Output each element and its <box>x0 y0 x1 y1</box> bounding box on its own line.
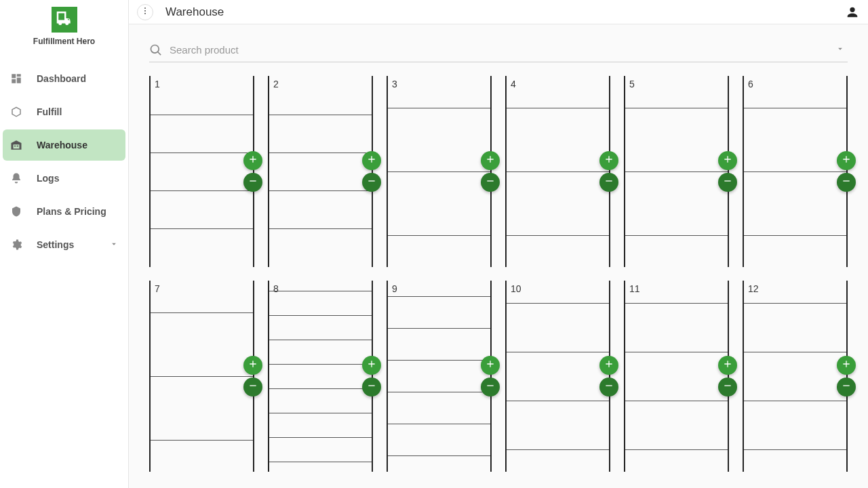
shelf[interactable] <box>151 152 253 190</box>
shelf[interactable] <box>269 413 372 437</box>
user-menu[interactable] <box>845 5 860 20</box>
remove-shelf-button[interactable] <box>718 378 737 396</box>
shelf[interactable] <box>744 303 846 352</box>
add-shelf-button[interactable] <box>599 356 618 375</box>
add-shelf-button[interactable] <box>243 356 262 375</box>
shelf[interactable] <box>269 364 372 388</box>
shelf[interactable] <box>625 401 728 449</box>
add-shelf-button[interactable] <box>718 356 737 375</box>
shelf[interactable] <box>269 291 372 315</box>
plus-icon <box>485 359 496 372</box>
plus-icon <box>604 154 614 167</box>
shelf[interactable] <box>507 108 609 171</box>
remove-shelf-button[interactable] <box>837 378 856 396</box>
plus-icon <box>485 154 496 167</box>
brand-name: Fulfillment Hero <box>33 37 95 46</box>
shelf[interactable] <box>151 190 253 228</box>
shelf-bottom <box>625 235 728 236</box>
shelf[interactable] <box>625 352 728 401</box>
shelf[interactable] <box>269 115 372 152</box>
slot-number: 9 <box>392 283 397 294</box>
remove-shelf-button[interactable] <box>718 173 737 192</box>
add-shelf-button[interactable] <box>362 151 381 170</box>
shelf[interactable] <box>744 401 846 449</box>
shelf[interactable] <box>625 303 728 352</box>
add-shelf-button[interactable] <box>362 356 381 375</box>
shelf-bottom <box>269 228 372 229</box>
shelf[interactable] <box>151 376 253 440</box>
remove-shelf-button[interactable] <box>243 378 262 396</box>
shelf[interactable] <box>269 190 372 228</box>
sidebar-item-label: Dashboard <box>37 73 86 84</box>
chevron-down-icon <box>835 44 845 56</box>
remove-shelf-button[interactable] <box>599 173 618 192</box>
shelf[interactable] <box>269 315 372 340</box>
add-shelf-button[interactable] <box>837 151 856 170</box>
slot-actions <box>837 356 856 396</box>
shelf[interactable] <box>388 328 490 360</box>
sidebar-item-fulfill[interactable]: Fulfill <box>3 96 125 127</box>
add-shelf-button[interactable] <box>599 151 618 170</box>
shelf[interactable] <box>388 171 490 235</box>
shelf-stack <box>507 76 609 267</box>
shelf[interactable] <box>507 401 609 449</box>
remove-shelf-button[interactable] <box>837 173 856 192</box>
shelf[interactable] <box>507 352 609 401</box>
remove-shelf-button[interactable] <box>481 173 500 192</box>
shelf[interactable] <box>388 424 490 455</box>
remove-shelf-button[interactable] <box>362 378 381 396</box>
shelf[interactable] <box>269 388 372 413</box>
shelf-stack <box>744 76 846 267</box>
add-shelf-button[interactable] <box>481 356 500 375</box>
add-shelf-button[interactable] <box>481 151 500 170</box>
sidebar-item-logs[interactable]: Logs <box>3 163 125 194</box>
brand-logo <box>52 7 77 33</box>
shelf[interactable] <box>151 312 253 376</box>
remove-shelf-button[interactable] <box>243 173 262 192</box>
remove-shelf-button[interactable] <box>362 173 381 192</box>
shelf[interactable] <box>744 171 846 235</box>
shelf[interactable] <box>507 171 609 235</box>
shelf[interactable] <box>744 352 846 401</box>
search-field[interactable] <box>149 38 848 62</box>
shelf[interactable] <box>151 115 253 152</box>
remove-shelf-button[interactable] <box>481 378 500 396</box>
warehouse-slot: 1 <box>149 76 254 267</box>
dropdown-toggle[interactable] <box>835 44 848 56</box>
menu-button[interactable] <box>137 4 153 20</box>
slot-actions <box>362 356 381 396</box>
sidebar-item-dashboard[interactable]: Dashboard <box>3 63 125 94</box>
add-shelf-button[interactable] <box>243 151 262 170</box>
add-shelf-button[interactable] <box>718 151 737 170</box>
slot-number: 2 <box>273 79 279 89</box>
shelf-bottom <box>507 449 609 450</box>
shelf[interactable] <box>388 392 490 424</box>
minus-icon <box>485 380 496 394</box>
sidebar-item-plans[interactable]: Plans & Pricing <box>3 196 125 227</box>
shelf[interactable] <box>269 437 372 462</box>
svg-point-1 <box>144 10 146 12</box>
shelf-bottom <box>507 235 609 236</box>
shelf[interactable] <box>625 171 728 235</box>
shelf[interactable] <box>269 152 372 190</box>
minus-icon <box>366 176 377 189</box>
shelf-bottom <box>625 449 728 450</box>
slot-number: 7 <box>155 283 160 294</box>
shelf[interactable] <box>625 108 728 171</box>
shelf[interactable] <box>744 108 846 171</box>
shelf[interactable] <box>269 340 372 364</box>
add-shelf-button[interactable] <box>837 356 856 375</box>
shelf[interactable] <box>388 360 490 392</box>
remove-shelf-button[interactable] <box>599 378 618 396</box>
search-input[interactable] <box>170 44 835 56</box>
chevron-down-icon <box>109 239 119 251</box>
shelf[interactable] <box>388 108 490 171</box>
shelf[interactable] <box>507 303 609 352</box>
sidebar-item-warehouse[interactable]: Warehouse <box>3 129 125 161</box>
minus-icon <box>722 380 733 394</box>
sidebar-item-settings[interactable]: Settings <box>3 229 125 260</box>
shelf-stack <box>625 76 728 267</box>
shelf[interactable] <box>388 296 490 328</box>
shelf-stack <box>269 76 372 267</box>
truck-icon <box>54 8 75 31</box>
